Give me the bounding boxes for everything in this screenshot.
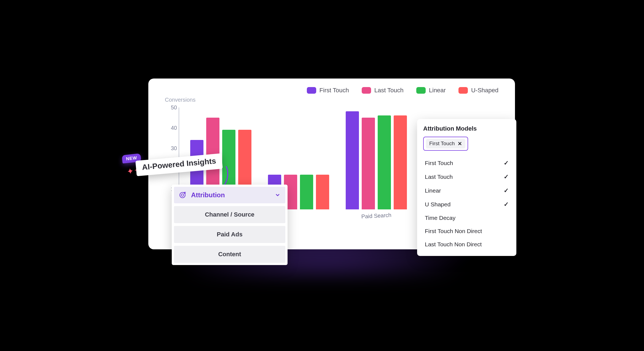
check-icon: ✓ — [504, 160, 509, 167]
model-option-label: First Touch — [425, 160, 453, 166]
models-panel-title: Attribution Models — [423, 125, 510, 132]
check-icon: ✓ — [504, 201, 509, 208]
chart-legend: First TouchLast TouchLinearU-Shaped — [159, 87, 504, 94]
bar[interactable] — [300, 175, 313, 209]
y-tick: 40 — [165, 125, 177, 131]
legend-swatch — [416, 87, 426, 94]
target-icon — [179, 191, 186, 199]
model-option[interactable]: Last Touch Non Direct — [423, 238, 510, 251]
legend-item[interactable]: Last Touch — [362, 87, 404, 94]
model-chip-first-touch[interactable]: First Touch ✕ — [426, 139, 465, 148]
model-option-label: Time Decay — [425, 215, 455, 221]
close-icon[interactable]: ✕ — [458, 141, 462, 147]
attribution-dropdown: Attribution Channel / SourcePaid AdsCont… — [172, 185, 288, 265]
check-icon: ✓ — [504, 187, 509, 194]
model-option-label: Linear — [425, 187, 441, 194]
x-label: Paid Search — [346, 211, 407, 225]
legend-swatch — [362, 87, 371, 94]
legend-swatch — [307, 87, 316, 94]
attribution-menu-item[interactable]: Channel / Source — [174, 206, 285, 223]
model-option-label: Last Touch — [425, 174, 453, 180]
y-tick: 30 — [165, 145, 177, 151]
bar[interactable] — [316, 175, 329, 209]
model-option-label: First Touch Non Direct — [425, 228, 482, 234]
stage: First TouchLast TouchLinearU-Shaped Conv… — [112, 63, 532, 288]
model-option[interactable]: First Touch Non Direct — [423, 225, 510, 238]
model-option[interactable]: Linear✓ — [423, 184, 510, 198]
model-option-label: Last Touch Non Direct — [425, 241, 482, 248]
legend-item[interactable]: U-Shaped — [458, 87, 498, 94]
legend-label: U-Shaped — [471, 87, 498, 94]
chip-label: First Touch — [429, 141, 455, 147]
attribution-title: Attribution — [191, 191, 225, 199]
legend-label: Last Touch — [374, 87, 404, 94]
legend-label: First Touch — [320, 87, 349, 94]
attribution-header[interactable]: Attribution — [174, 187, 285, 203]
y-tick: 50 — [165, 104, 177, 110]
legend-swatch — [458, 87, 468, 94]
check-icon: ✓ — [504, 173, 509, 180]
models-chip-container[interactable]: First Touch ✕ — [423, 137, 468, 151]
attribution-menu-item[interactable]: Paid Ads — [174, 226, 285, 243]
legend-item[interactable]: First Touch — [307, 87, 349, 94]
bar[interactable] — [362, 118, 375, 209]
svg-point-1 — [181, 194, 184, 196]
bar[interactable] — [378, 115, 391, 209]
chevron-down-icon — [275, 192, 280, 198]
legend-item[interactable]: Linear — [416, 87, 446, 94]
attribution-models-panel: Attribution Models First Touch ✕ First T… — [417, 119, 516, 256]
model-option[interactable]: First Touch✓ — [423, 156, 510, 170]
legend-label: Linear — [429, 87, 446, 94]
y-axis-label: Conversions — [165, 97, 504, 103]
model-option-label: U Shaped — [425, 201, 450, 208]
attribution-menu-item[interactable]: Content — [174, 246, 285, 263]
model-option[interactable]: Time Decay — [423, 211, 510, 225]
bar-group — [346, 107, 407, 209]
model-option[interactable]: Last Touch✓ — [423, 170, 510, 184]
model-option[interactable]: U Shaped✓ — [423, 198, 510, 211]
bar[interactable] — [346, 111, 359, 209]
bar[interactable] — [394, 115, 407, 209]
